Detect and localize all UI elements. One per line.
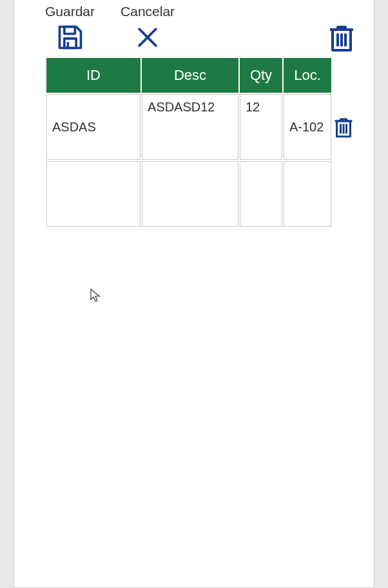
trash-icon xyxy=(334,115,358,138)
cell-id[interactable] xyxy=(46,161,141,227)
col-desc: Desc xyxy=(142,58,238,93)
table-row[interactable]: ASDAS ASDASD12 12 A-102 xyxy=(46,94,358,160)
cell-qty[interactable]: 12 xyxy=(240,94,282,160)
col-id: ID xyxy=(46,58,141,93)
save-button[interactable]: Guardar xyxy=(45,4,95,52)
svg-rect-1 xyxy=(64,27,75,34)
close-icon xyxy=(133,23,162,52)
cell-desc[interactable]: ASDASD12 xyxy=(142,94,238,160)
header-row: ID Desc Qty Loc. xyxy=(46,58,358,93)
cell-id[interactable]: ASDAS xyxy=(46,94,141,160)
trash-icon xyxy=(329,22,354,53)
toolbar: Guardar Cancelar xyxy=(14,4,374,52)
row-actions-empty xyxy=(333,161,358,227)
cell-loc[interactable]: A-102 xyxy=(284,94,331,160)
panel: Guardar Cancelar xyxy=(14,0,374,588)
table-row[interactable] xyxy=(46,161,358,227)
col-actions xyxy=(333,58,358,93)
cursor-icon xyxy=(90,289,101,303)
save-icon xyxy=(56,23,84,52)
cell-desc[interactable] xyxy=(142,161,238,227)
data-grid: ID Desc Qty Loc. ASDAS ASDASD12 12 A-102 xyxy=(45,57,360,228)
cancel-label: Cancelar xyxy=(121,4,175,19)
row-delete-button[interactable] xyxy=(333,94,358,160)
save-label: Guardar xyxy=(45,4,95,19)
delete-all-button[interactable] xyxy=(329,22,354,53)
cell-qty[interactable] xyxy=(240,161,282,227)
cancel-button[interactable]: Cancelar xyxy=(121,4,175,52)
svg-rect-0 xyxy=(64,39,75,48)
col-loc: Loc. xyxy=(284,58,331,93)
cell-loc[interactable] xyxy=(284,161,331,227)
col-qty: Qty xyxy=(240,58,282,93)
